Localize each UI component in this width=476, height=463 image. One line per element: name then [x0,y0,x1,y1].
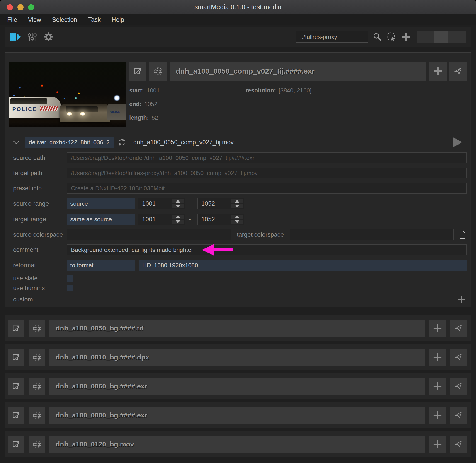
zoom-slider-track-left [417,31,434,43]
use-slate-checkbox[interactable] [67,276,73,282]
target-range-mode-dropdown[interactable]: same as source [67,214,135,225]
media-title-bar[interactable]: dnh_a100_0010_bg.####.dpx [49,349,425,366]
reformat-mode-dropdown[interactable]: to format [67,260,135,271]
window-title: smartMedia 0.1.0 - test.media [194,3,282,11]
send-button[interactable] [450,378,467,395]
source-path-field[interactable]: /Users/cragl/Desktop/render/dnh_a100_005… [67,152,467,163]
start-value: 1001 [147,87,160,94]
target-colorspace-field[interactable] [290,229,454,240]
menu-selection[interactable]: Selection [52,16,77,23]
media-list-item[interactable]: dnh_a100_0050_bg.####.tif [5,315,471,341]
preset-row: deliver_dnxhd-422_8bit_036_2 dnh_a100_00… [9,137,467,148]
open-external-button[interactable] [8,349,25,366]
add-task-button[interactable] [429,62,447,81]
open-external-button[interactable] [8,320,25,337]
zoom-slider-track-right [448,31,466,43]
spin-up-button[interactable] [172,199,184,203]
triangle-up-icon [176,200,180,203]
fingerprint-button[interactable] [149,62,167,81]
add-task-button[interactable] [429,407,446,424]
minimize-button[interactable] [18,4,24,10]
spin-up-button[interactable] [172,214,184,219]
source-path-value: /Users/cragl/Desktop/render/dnh_a100_005… [71,154,254,161]
menu-view[interactable]: View [28,16,41,23]
comment-value: Background extended, car lights made bri… [71,246,193,253]
spin-down-button[interactable] [231,220,243,224]
fingerprint-button[interactable] [28,320,45,337]
menu-task[interactable]: Task [88,16,101,23]
open-external-icon [133,66,143,76]
spin-down-button[interactable] [172,220,184,224]
target-range-end-spinner[interactable]: 1052 [197,214,244,225]
media-list-item[interactable]: dnh_a100_0010_bg.####.dpx [5,344,471,370]
fingerprint-button[interactable] [28,378,45,395]
comment-field[interactable]: Background extended, car lights made bri… [67,244,467,255]
media-list-item[interactable]: dnh_a100_0080_bg.####.exr [5,402,471,428]
settings-gear-icon[interactable] [43,32,54,42]
reformat-mode-value: to format [70,262,94,269]
add-task-button[interactable] [429,320,446,337]
send-button[interactable] [450,349,467,366]
spin-down-button[interactable] [172,204,184,209]
source-range-end-spinner[interactable]: 1052 [197,198,244,209]
open-external-button[interactable] [129,62,146,81]
titlebar: smartMedia 0.1.0 - test.media [0,0,476,15]
spin-up-button[interactable] [231,199,243,203]
close-button[interactable] [7,4,13,10]
source-range-start-spinner[interactable]: 1001 [138,198,185,209]
fingerprint-button[interactable] [28,436,45,453]
plus-icon [458,295,466,304]
zoom-slider-thumb[interactable] [434,31,448,43]
end-value: 1052 [144,101,157,107]
chevron-down-icon[interactable] [12,138,20,146]
media-title-bar[interactable]: dnh_a100_0050_comp_v027_tij.####.exr [170,62,426,81]
start-label: start: [129,87,144,94]
target-path-field[interactable]: /Users/cragl/Desktop/fullres-proxy/dnh_a… [67,168,467,178]
refresh-icon[interactable] [117,138,127,147]
send-button[interactable] [450,407,467,424]
add-task-button[interactable] [429,436,446,453]
add-custom-button[interactable] [458,295,466,304]
media-title-bar[interactable]: dnh_a100_0120_bg.mov [49,436,425,453]
send-button[interactable] [450,436,467,453]
menu-file[interactable]: File [7,16,17,23]
menu-help[interactable]: Help [111,16,124,23]
fingerprint-button[interactable] [28,349,45,366]
play-button[interactable] [450,137,462,148]
triangle-up-icon [235,215,239,218]
source-colorspace-field[interactable] [67,229,231,240]
zoom-slider[interactable] [417,31,466,43]
media-thumbnail[interactable]: POLICE POLICE [9,62,126,127]
reformat-format-dropdown[interactable]: HD_1080 1920x1080 [139,260,467,271]
maximize-button[interactable] [28,4,34,10]
add-task-button[interactable] [429,378,446,395]
spin-down-button[interactable] [231,204,243,209]
proxy-directory-input[interactable] [296,31,368,43]
target-range-start-spinner[interactable]: 1001 [138,214,185,225]
open-external-button[interactable] [8,378,25,395]
colorspace-file-button[interactable] [458,230,467,239]
send-button[interactable] [449,62,467,81]
plus-icon [433,66,443,76]
fingerprint-button[interactable] [28,407,45,424]
preset-info-field[interactable]: Create a DNxHD-422 10Bit 036Mbit [67,183,467,194]
source-range-mode-dropdown[interactable]: source [67,198,135,209]
media-title-bar[interactable]: dnh_a100_0080_bg.####.exr [49,407,425,424]
task-fields: source path /Users/cragl/Desktop/render/… [9,152,467,304]
use-burnins-checkbox[interactable] [67,285,73,291]
send-button[interactable] [450,320,467,337]
open-external-button[interactable] [8,407,25,424]
open-external-button[interactable] [8,436,25,453]
add-task-button[interactable] [429,349,446,366]
filters-icon[interactable] [27,32,37,42]
media-title-bar[interactable]: dnh_a100_0050_bg.####.tif [49,320,425,337]
add-media-icon[interactable] [401,32,411,42]
marquee-select-icon[interactable] [386,32,397,42]
spin-up-button[interactable] [231,214,243,219]
search-icon[interactable] [372,32,382,42]
media-title-bar[interactable]: dnh_a100_0060_bg.####.exr [49,378,425,395]
media-card: POLICE POLICE [5,52,471,307]
media-list-item[interactable]: dnh_a100_0060_bg.####.exr [5,373,471,399]
media-list-item[interactable]: dnh_a100_0120_bg.mov [5,431,471,457]
preset-dropdown[interactable]: deliver_dnxhd-422_8bit_036_2 [25,137,114,148]
